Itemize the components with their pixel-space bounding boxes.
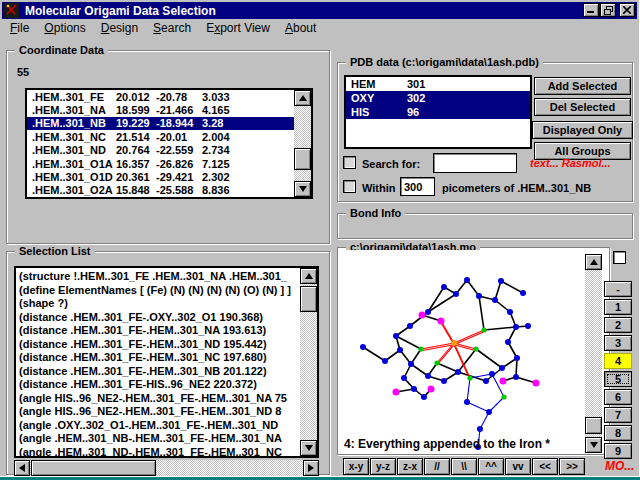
coordinate-row[interactable]: .HEM..301_ND20.764-22.5592.734 xyxy=(27,144,294,157)
transform-button[interactable]: \\ xyxy=(451,458,477,475)
selection-line[interactable]: (define ElementNames [ (Fe) (N) (N) (N) … xyxy=(19,284,300,298)
scroll-right-icon[interactable] xyxy=(303,460,319,476)
selection-line[interactable]: (structure !.HEM..301_FE .HEM..301_NA .H… xyxy=(19,270,300,284)
selection-line[interactable]: (distance .HEM..301_FE-.HEM..301_ND 195.… xyxy=(19,338,300,352)
displayed-only-button[interactable]: Displayed Only xyxy=(532,121,633,139)
scroll-down-icon[interactable] xyxy=(294,181,311,197)
coordinate-listbox[interactable]: .HEM..301_FE20.012-20.783.033.HEM..301_N… xyxy=(25,88,313,199)
view-button-5[interactable]: 5 xyxy=(604,371,632,387)
selection-line[interactable]: (distance .HEM..301_FE-.HEM..301_NA 193.… xyxy=(19,324,300,338)
scrollbar-track[interactable] xyxy=(585,270,602,437)
view-button-6[interactable]: 6 xyxy=(604,389,632,405)
coordinate-row[interactable]: .HEM..301_O2A15.848-25.5888.836 xyxy=(27,184,294,197)
transform-button[interactable]: >> xyxy=(559,458,585,475)
selection-list-hscrollbar[interactable] xyxy=(14,460,319,476)
coordinate-row[interactable]: .HEM..301_NC21.514-20.012.004 xyxy=(27,130,294,143)
view-button-none[interactable]: - xyxy=(604,281,632,297)
pdb-data-title: PDB data (c:\origami\data\1ash.pdb) xyxy=(346,56,543,68)
viewer-checkbox[interactable] xyxy=(613,251,626,264)
coordinate-row[interactable]: .HEM..301_NB19.229-18.9443.28 xyxy=(27,117,294,130)
menu-search[interactable]: Search xyxy=(153,21,191,35)
coordinate-row[interactable]: .HEM..301_O1A16.357-26.8267.125 xyxy=(27,157,294,170)
transform-button[interactable]: y-z xyxy=(370,458,396,475)
restore-button[interactable] xyxy=(600,3,616,17)
pdb-row[interactable]: HEM301 xyxy=(346,77,530,91)
transform-button[interactable]: ^^ xyxy=(478,458,504,475)
transform-button-row: x-yy-zz-x//\\^^vv<<>> xyxy=(343,458,585,475)
coordinate-data-title: Coordinate Data xyxy=(15,44,108,56)
menu-design[interactable]: Design xyxy=(101,21,138,35)
bond-info-title: Bond Info xyxy=(346,207,405,219)
coordinate-row[interactable]: .HEM..301_O1D20.361-29.4212.302 xyxy=(27,170,294,183)
menu-about[interactable]: About xyxy=(285,21,316,35)
viewer-scrollbar[interactable] xyxy=(585,254,602,453)
view-button-1[interactable]: 1 xyxy=(604,299,632,315)
search-input[interactable] xyxy=(433,153,517,173)
selection-line[interactable]: (shape ?) xyxy=(19,297,300,311)
selection-line[interactable]: (distance .HEM..301_FE-HIS..96_NE2 220.3… xyxy=(19,378,300,392)
selection-list-scrollbar[interactable] xyxy=(300,268,317,456)
selection-line[interactable]: (distance .HEM..301_FE-.HEM..301_NB 201.… xyxy=(19,365,300,379)
scrollbar-track[interactable] xyxy=(30,460,303,476)
app-icon[interactable] xyxy=(4,3,19,18)
pdb-listbox[interactable]: HEM301OXY302HIS96 xyxy=(344,75,532,149)
view-button-8[interactable]: 8 xyxy=(604,425,632,441)
view-button-3[interactable]: 3 xyxy=(604,335,632,351)
selection-line[interactable]: (angle .HEM..301_NB-.HEM..301_FE-.HEM..3… xyxy=(19,432,300,446)
scroll-up-icon[interactable] xyxy=(294,90,311,106)
scroll-down-icon[interactable] xyxy=(585,437,602,453)
scroll-up-icon[interactable] xyxy=(300,268,317,284)
within-checkbox[interactable] xyxy=(343,180,356,193)
transform-button[interactable]: // xyxy=(424,458,450,475)
scroll-left-icon[interactable] xyxy=(14,460,30,476)
selection-line[interactable]: (angle .OXY..302_O1-.HEM..301_FE-.HEM..3… xyxy=(19,419,300,433)
coordinate-row[interactable]: .HEM..301_FE20.012-20.783.033 xyxy=(27,90,294,103)
coordinate-list-scrollbar[interactable] xyxy=(294,90,311,197)
search-for-label: Search for: xyxy=(362,158,420,170)
transform-button[interactable]: vv xyxy=(505,458,531,475)
menu-options[interactable]: Options xyxy=(44,21,85,35)
menu-export-view[interactable]: Export View xyxy=(206,21,270,35)
view-button-7[interactable]: 7 xyxy=(604,407,632,423)
selection-line[interactable]: (angle .HEM..301_ND-.HEM..301_FE-.HEM..3… xyxy=(19,446,300,457)
molecule-drawing xyxy=(340,250,584,454)
scrollbar-thumb[interactable] xyxy=(300,286,317,312)
add-selected-button[interactable]: Add Selected xyxy=(534,77,631,95)
bond-info-group: Bond Info xyxy=(337,213,633,239)
pdb-row[interactable]: OXY302 xyxy=(346,91,530,105)
selection-list-group: Selection List (structure !.HEM..301_FE … xyxy=(6,251,330,475)
scroll-down-icon[interactable] xyxy=(300,440,317,456)
view-button-9[interactable]: 9 xyxy=(604,443,632,459)
transform-button[interactable]: x-y xyxy=(343,458,369,475)
selection-listbox[interactable]: (structure !.HEM..301_FE .HEM..301_NA .H… xyxy=(14,266,319,458)
menu-file[interactable]: File xyxy=(10,21,29,35)
view-button-4[interactable]: 4 xyxy=(604,353,632,369)
transform-button[interactable]: << xyxy=(532,458,558,475)
mo-label: MO... xyxy=(605,459,634,473)
transform-button[interactable]: z-x xyxy=(397,458,423,475)
scrollbar-track[interactable] xyxy=(294,106,311,181)
within-label: Within xyxy=(362,182,396,194)
window-title: Molecular Origami Data Selection xyxy=(25,4,216,18)
close-button[interactable] xyxy=(619,3,635,17)
selection-line[interactable]: (angle HIS..96_NE2-.HEM..301_FE-.HEM..30… xyxy=(19,405,300,419)
pdb-data-group: PDB data (c:\origami\data\1ash.pdb) HEM3… xyxy=(337,62,633,202)
title-bar[interactable]: Molecular Origami Data Selection xyxy=(2,2,637,19)
scrollbar-thumb[interactable] xyxy=(31,460,156,476)
minimize-button[interactable] xyxy=(583,3,599,17)
pdb-row[interactable]: HIS96 xyxy=(346,105,530,119)
selection-line[interactable]: (distance .HEM..301_FE-.OXY..302_O1 190.… xyxy=(19,311,300,325)
scrollbar-track[interactable] xyxy=(300,284,317,440)
view-button-2[interactable]: 2 xyxy=(604,317,632,333)
scroll-up-icon[interactable] xyxy=(585,254,602,270)
del-selected-button[interactable]: Del Selected xyxy=(534,98,631,116)
search-for-checkbox[interactable] xyxy=(343,156,356,169)
within-distance-input[interactable] xyxy=(400,177,435,196)
scrollbar-thumb[interactable] xyxy=(294,148,311,170)
selection-line[interactable]: (angle HIS..96_NE2-.HEM..301_FE-.HEM..30… xyxy=(19,392,300,406)
selection-line[interactable]: (distance .HEM..301_FE-.HEM..301_NC 197.… xyxy=(19,351,300,365)
coordinate-row[interactable]: .HEM..301_NA18.599-21.4664.165 xyxy=(27,103,294,116)
view-caption: 4: Everything appended to the Iron * xyxy=(344,437,550,451)
molecule-canvas[interactable] xyxy=(340,250,584,454)
scrollbar-thumb[interactable] xyxy=(585,417,602,434)
